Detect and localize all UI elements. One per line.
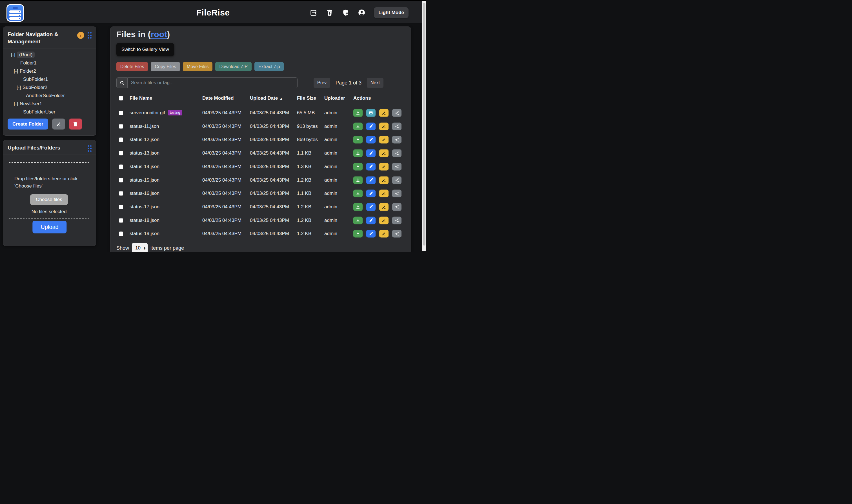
edit-button[interactable] xyxy=(366,163,376,170)
rename-button[interactable] xyxy=(379,230,388,238)
download-button[interactable] xyxy=(353,149,363,157)
tree-label[interactable]: AnotherSubFolder xyxy=(26,93,65,98)
info-icon[interactable]: i xyxy=(77,32,84,39)
light-mode-button[interactable]: Light Mode xyxy=(374,7,408,18)
tree-label-selected[interactable]: (Root) xyxy=(17,52,35,58)
preview-image-button[interactable] xyxy=(366,109,376,117)
tree-item[interactable]: [-]SubFolder2 xyxy=(3,83,96,91)
edit-button[interactable] xyxy=(366,203,376,211)
switch-gallery-view-button[interactable]: Switch to Gallery View xyxy=(116,43,174,56)
file-name[interactable]: status-16.json xyxy=(129,191,159,196)
download-zip-button[interactable]: Download ZIP xyxy=(215,62,251,71)
row-checkbox[interactable] xyxy=(119,111,123,115)
file-name[interactable]: status-12.json xyxy=(129,137,159,142)
tree-item[interactable]: AnotherSubFolder xyxy=(3,91,96,100)
edit-button[interactable] xyxy=(366,230,376,238)
account-icon[interactable] xyxy=(358,9,365,17)
edit-button[interactable] xyxy=(366,123,376,130)
share-button[interactable] xyxy=(392,217,401,224)
file-name[interactable]: status-19.json xyxy=(129,231,159,236)
tree-item[interactable]: Folder1 xyxy=(3,59,96,67)
delete-folder-button[interactable] xyxy=(69,119,82,129)
row-checkbox[interactable] xyxy=(119,218,123,222)
row-checkbox[interactable] xyxy=(119,192,123,196)
share-button[interactable] xyxy=(392,230,401,238)
download-button[interactable] xyxy=(353,217,363,224)
root-folder-link[interactable]: root xyxy=(151,30,167,39)
download-button[interactable] xyxy=(353,109,363,117)
rename-button[interactable] xyxy=(379,203,388,211)
download-button[interactable] xyxy=(353,190,363,197)
tree-label[interactable]: NewUser1 xyxy=(20,101,42,106)
row-checkbox[interactable] xyxy=(119,232,123,236)
rename-button[interactable] xyxy=(379,217,388,224)
edit-button[interactable] xyxy=(366,149,376,157)
rename-button[interactable] xyxy=(379,190,388,197)
tree-toggle[interactable]: [-] xyxy=(11,52,15,57)
tree-label[interactable]: SubFolder2 xyxy=(22,85,47,90)
download-button[interactable] xyxy=(353,163,363,170)
delete-files-button[interactable]: Delete Files xyxy=(116,62,148,71)
logout-icon[interactable] xyxy=(310,9,317,17)
rename-button[interactable] xyxy=(379,123,388,130)
upload-button[interactable]: Upload xyxy=(32,221,67,233)
tree-toggle[interactable]: [-] xyxy=(17,85,21,90)
share-button[interactable] xyxy=(392,123,401,130)
per-page-select[interactable]: 10 ▲▼ xyxy=(132,243,147,252)
column-file-name[interactable]: File Name xyxy=(129,95,152,101)
tree-item[interactable]: SubFolder1 xyxy=(3,75,96,83)
tree-item-root[interactable]: [-](Root) xyxy=(3,51,96,59)
row-checkbox[interactable] xyxy=(119,164,123,169)
file-name[interactable]: status-11.json xyxy=(129,124,159,129)
row-checkbox[interactable] xyxy=(119,205,123,209)
share-button[interactable] xyxy=(392,203,401,211)
tree-item[interactable]: [-]Folder2 xyxy=(3,67,96,75)
row-checkbox[interactable] xyxy=(119,138,123,142)
create-folder-button[interactable]: Create Folder xyxy=(7,119,48,129)
rename-button[interactable] xyxy=(379,149,388,157)
rename-folder-button[interactable] xyxy=(52,119,65,129)
share-button[interactable] xyxy=(392,190,401,197)
tree-item[interactable]: [-]NewUser1 xyxy=(3,100,96,108)
tree-item[interactable]: SubFolderUser xyxy=(3,108,96,116)
admin-shield-icon[interactable] xyxy=(342,9,349,17)
tree-label[interactable]: SubFolderUser xyxy=(23,109,55,114)
drag-handle-icon[interactable] xyxy=(88,32,91,39)
select-all-checkbox[interactable] xyxy=(119,96,123,101)
column-date-modified[interactable]: Date Modified xyxy=(202,95,233,101)
file-name[interactable]: servermonitor.gif xyxy=(129,110,165,115)
share-button[interactable] xyxy=(392,136,401,144)
rename-button[interactable] xyxy=(379,136,388,144)
file-name[interactable]: status-18.json xyxy=(129,218,159,223)
tree-label[interactable]: SubFolder1 xyxy=(23,77,48,82)
copy-files-button[interactable]: Copy Files xyxy=(151,62,180,71)
edit-button[interactable] xyxy=(366,217,376,224)
rename-button[interactable] xyxy=(379,109,388,117)
file-dropzone[interactable]: Drop files/folders here or click 'Choose… xyxy=(9,162,89,218)
row-checkbox[interactable] xyxy=(119,178,123,182)
search-icon[interactable] xyxy=(116,77,127,88)
restore-trash-icon[interactable] xyxy=(326,9,333,17)
rename-button[interactable] xyxy=(379,176,388,184)
download-button[interactable] xyxy=(353,136,363,144)
share-button[interactable] xyxy=(392,109,401,117)
tree-label[interactable]: Folder1 xyxy=(20,60,37,66)
download-button[interactable] xyxy=(353,123,363,130)
search-input[interactable] xyxy=(127,77,297,88)
share-button[interactable] xyxy=(392,149,401,157)
tree-label[interactable]: Folder2 xyxy=(20,68,36,74)
edit-button[interactable] xyxy=(366,176,376,184)
column-file-size[interactable]: File Size xyxy=(297,95,316,101)
row-checkbox[interactable] xyxy=(119,151,123,156)
file-name[interactable]: status-15.json xyxy=(129,177,159,183)
edit-button[interactable] xyxy=(366,136,376,144)
column-upload-date[interactable]: Upload Date▲ xyxy=(250,95,283,101)
download-button[interactable] xyxy=(353,203,363,211)
scrollbar-thumb[interactable] xyxy=(423,3,425,246)
file-name[interactable]: status-14.json xyxy=(129,164,159,169)
move-files-button[interactable]: Move Files xyxy=(183,62,212,71)
drag-handle-icon[interactable] xyxy=(88,145,91,152)
edit-button[interactable] xyxy=(366,190,376,197)
prev-page-button[interactable]: Prev xyxy=(314,78,330,88)
tree-toggle[interactable]: [-] xyxy=(14,68,18,74)
